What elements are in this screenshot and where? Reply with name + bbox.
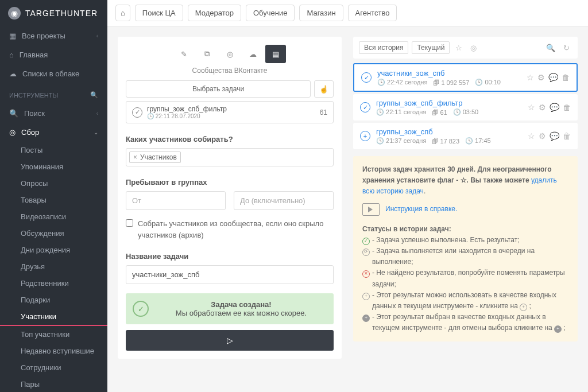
target-icon[interactable]: ◎ <box>468 42 479 53</box>
topnav-1[interactable]: Модератор <box>188 5 241 21</box>
sidebar-sub-0[interactable]: Посты <box>0 142 107 158</box>
members-input[interactable]: ×Участников <box>126 148 334 166</box>
task-builder-panel: ✎ ⧉ ◎ ☁ ▤ Сообщества ВКонтакте Выбрать з… <box>118 37 342 359</box>
filter-all[interactable]: Вся история <box>359 41 408 54</box>
tool-tab-copy[interactable]: ⧉ <box>196 45 217 63</box>
tool-tab-edit[interactable]: ✎ <box>173 45 194 63</box>
star-icon[interactable]: ☆ <box>528 131 535 141</box>
members-chip[interactable]: ×Участников <box>129 152 181 163</box>
sidebar-sub-5[interactable]: Обсуждения <box>0 225 107 242</box>
history-status-icon: ✓ <box>361 72 372 83</box>
to-input[interactable] <box>234 191 334 210</box>
sidebar-sub-4[interactable]: Видеозаписи <box>0 208 107 225</box>
hidden-members-checkbox[interactable]: Собрать участников из сообщества, если о… <box>126 218 334 240</box>
tool-tab-vk[interactable]: ▤ <box>265 45 286 63</box>
search-icon[interactable]: 🔍 <box>90 91 98 99</box>
sidebar-home[interactable]: ⌂Главная <box>0 45 107 64</box>
grid-icon: ▦ <box>9 32 16 40</box>
status-selected-icon: + <box>362 315 370 322</box>
history-item-1[interactable]: ✓ группы_зож_спб_фильтр 🕓 22:11 сегодня🗐… <box>353 94 578 121</box>
chevron-left-icon: ‹ <box>96 110 98 117</box>
history-item-0[interactable]: ✓ участники_зож_спб 🕓 22:42 сегодня🗐 1 0… <box>353 63 578 92</box>
history-status-icon: ✓ <box>360 102 370 112</box>
status-ok-icon: ✓ <box>362 238 370 245</box>
delete-icon[interactable]: 🗑 <box>563 103 571 112</box>
comment-icon[interactable]: 💬 <box>548 73 558 82</box>
filter-current[interactable]: Текущий <box>412 41 450 54</box>
status-wait-icon: ⟳ <box>362 249 370 256</box>
select-tasks-button[interactable]: Выбрать задачи <box>126 80 311 98</box>
history-title[interactable]: группы_зож_спб_фильтр <box>376 99 522 107</box>
hand-button[interactable]: ☝ <box>314 80 334 98</box>
sidebar-sub-6[interactable]: Дни рождения <box>0 242 107 258</box>
settings-icon[interactable]: ⚙ <box>539 131 546 141</box>
sidebar-sub-3[interactable]: Товары <box>0 192 107 208</box>
sidebar-cloud-lists[interactable]: ☁Списки в облаке <box>0 64 107 83</box>
history-filter: Вся история Текущий ☆ ◎ 🔍 ↻ <box>353 37 578 59</box>
history-status-icon: + <box>360 131 370 141</box>
check-circle-icon: ✓ <box>133 301 149 317</box>
delete-icon[interactable]: 🗑 <box>562 73 570 82</box>
sidebar-sub-8[interactable]: Родственники <box>0 275 107 292</box>
home-button[interactable]: ⌂ <box>115 5 130 21</box>
star-icon[interactable]: ☆ <box>453 42 465 53</box>
star-icon[interactable]: ☆ <box>527 73 534 82</box>
task-name-label: Название задачи <box>126 252 334 261</box>
topnav-0[interactable]: Поиск ЦА <box>135 5 183 21</box>
settings-icon[interactable]: ⚙ <box>537 73 545 82</box>
star-icon[interactable]: ☆ <box>528 103 535 112</box>
sidebar-tools-header: ИНСТРУМЕНТЫ 🔍 <box>0 83 107 104</box>
status-error-icon: ✕ <box>362 270 370 278</box>
delete-icon[interactable]: 🗑 <box>563 131 571 141</box>
sidebar-sub-2[interactable]: Опросы <box>0 175 107 192</box>
from-input[interactable] <box>126 191 226 210</box>
history-title[interactable]: участники_зож_спб <box>377 69 521 77</box>
tool-tabs: ✎ ⧉ ◎ ☁ ▤ <box>126 45 334 63</box>
info-box: История задач хранится 30 дней. Для неог… <box>353 156 578 341</box>
search-icon[interactable]: 🔍 <box>544 42 558 53</box>
home-icon: ⌂ <box>9 51 14 59</box>
tool-caption: Сообщества ВКонтакте <box>126 67 334 75</box>
radar-icon: ◎ <box>9 128 16 137</box>
sidebar-gather[interactable]: ◎Сбор⌄ <box>0 123 107 142</box>
video-icon <box>362 203 380 216</box>
sidebar: ◉ TARGETHUNTER ▦ Все проекты‹ ⌂Главная ☁… <box>0 0 107 392</box>
settings-icon[interactable]: ⚙ <box>539 103 546 112</box>
sidebar-sub-11[interactable]: Топ участники <box>0 326 107 343</box>
storage-text: История задач хранится 30 дней. Для неог… <box>362 165 551 184</box>
history-item-2[interactable]: + группы_зож_спб 🕓 21:37 сегодня🗐 17 823… <box>353 123 578 149</box>
refresh-icon[interactable]: ↻ <box>561 42 572 53</box>
sidebar-sub-12[interactable]: Недавно вступившие <box>0 343 107 359</box>
cloud-icon: ☁ <box>9 69 17 78</box>
sidebar-search[interactable]: 🔍Поиск‹ <box>0 104 107 123</box>
topnav-2[interactable]: Обучение <box>246 5 295 21</box>
check-icon: ✓ <box>132 107 142 118</box>
chip-remove-icon[interactable]: × <box>133 153 137 161</box>
loaded-task[interactable]: ✓ группы_зож_спб_фильтр 🕓 22:11 28.07.20… <box>126 101 334 123</box>
status-plus-icon: + <box>362 293 370 300</box>
sidebar-sub-9[interactable]: Подарки <box>0 292 107 308</box>
search-icon: 🔍 <box>9 109 18 118</box>
success-banner: ✓ Задача создана!Мы обработаем ее как мо… <box>126 293 334 324</box>
help-link[interactable]: Инструкция в справке. <box>385 204 457 215</box>
comment-icon[interactable]: 💬 <box>550 131 559 141</box>
topnav-3[interactable]: Магазин <box>299 5 343 21</box>
topnav-4[interactable]: Агентство <box>348 5 397 21</box>
logo-icon: ◉ <box>8 7 21 20</box>
history-title[interactable]: группы_зож_спб <box>376 127 522 136</box>
task-name-input[interactable] <box>126 265 334 284</box>
sidebar-sub-10[interactable]: Участники <box>0 308 107 326</box>
sidebar-sub-13[interactable]: Сотрудники <box>0 359 107 376</box>
tool-tab-geo[interactable]: ◎ <box>219 45 240 63</box>
chevron-left-icon: ‹ <box>96 33 98 39</box>
sidebar-sub-1[interactable]: Упоминания <box>0 158 107 175</box>
tool-tab-cloud[interactable]: ☁ <box>242 45 263 63</box>
topbar: ⌂ Поиск ЦАМодераторОбучениеМагазинАгентс… <box>107 0 588 26</box>
stay-label: Пребывают в группах <box>126 178 334 187</box>
logo[interactable]: ◉ TARGETHUNTER <box>0 0 107 26</box>
comment-icon[interactable]: 💬 <box>550 103 559 112</box>
sidebar-sub-7[interactable]: Друзья <box>0 258 107 275</box>
sidebar-sub-14[interactable]: Пары <box>0 376 107 392</box>
run-button[interactable]: ▷ <box>126 330 334 351</box>
sidebar-projects[interactable]: ▦ Все проекты‹ <box>0 26 107 45</box>
